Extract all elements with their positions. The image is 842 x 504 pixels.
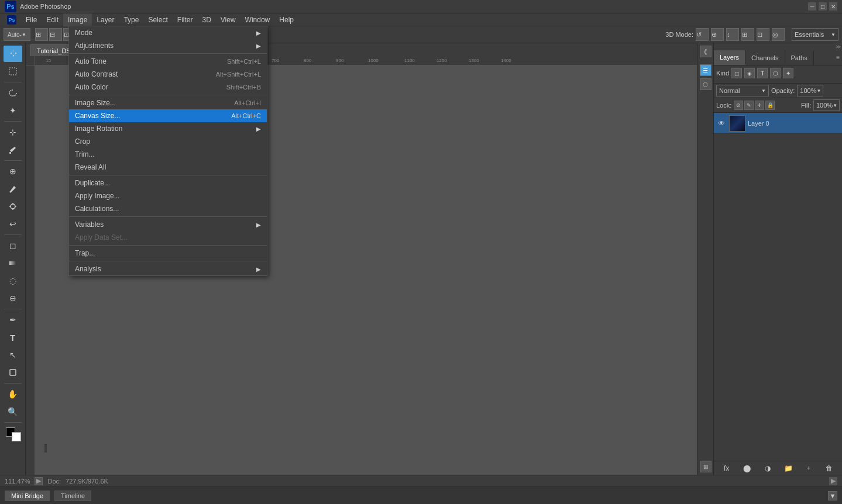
panel-menu-icon[interactable]: ≡ — [836, 54, 840, 61]
menu-filter[interactable]: Filter — [173, 13, 198, 26]
kind-filter-pixel[interactable]: ◻ — [731, 68, 742, 78]
history-brush-tool[interactable]: ↩ — [4, 216, 22, 232]
lock-image-pixels[interactable]: ✎ — [744, 101, 754, 110]
background-color[interactable] — [12, 432, 21, 441]
menu-edit[interactable]: Edit — [42, 13, 63, 26]
blur-tool[interactable]: ◌ — [4, 272, 22, 289]
menu-auto-tone[interactable]: Auto Tone Shift+Ctrl+L — [69, 55, 267, 68]
menu-view[interactable]: View — [216, 13, 240, 26]
shape-tool[interactable] — [4, 364, 22, 381]
kind-filter-type[interactable]: T — [757, 68, 768, 78]
tab-paths[interactable]: Paths — [785, 50, 814, 65]
panel-icon-3d[interactable]: ⬡ — [700, 78, 712, 90]
3d-btn-4[interactable]: ⊞ — [741, 28, 754, 41]
new-layer-button[interactable]: + — [803, 463, 814, 474]
menu-file[interactable]: File — [21, 13, 42, 26]
menu-reveal-all[interactable]: Reveal All — [69, 161, 267, 174]
wand-tool[interactable]: ✦ — [4, 102, 22, 119]
menu-image[interactable]: Image — [63, 13, 92, 26]
horizontal-scrollbar[interactable] — [44, 444, 47, 453]
fx-button[interactable]: fx — [721, 463, 733, 474]
essentials-dropdown[interactable]: Essentials ▼ — [792, 28, 838, 41]
lock-position[interactable]: ✛ — [755, 101, 764, 110]
menu-auto-color[interactable]: Auto Color Shift+Ctrl+B — [69, 81, 267, 94]
brush-tool[interactable] — [4, 181, 22, 197]
menu-crop[interactable]: Crop — [69, 135, 267, 148]
menu-auto-contrast[interactable]: Auto Contrast Alt+Shift+Ctrl+L — [69, 68, 267, 81]
fill-input[interactable]: 100% ▼ — [813, 99, 840, 111]
panel-menu-btn[interactable]: ≡ — [836, 50, 842, 65]
maximize-button[interactable]: □ — [819, 2, 827, 11]
menu-adjustments[interactable]: Adjustments ▶ — [69, 39, 267, 52]
menu-mode[interactable]: Mode ▶ — [69, 26, 267, 39]
align-btn-1[interactable]: ⊞ — [35, 28, 48, 41]
menu-variables[interactable]: Variables ▶ — [69, 218, 267, 231]
crop-tool[interactable]: ⊹ — [4, 124, 22, 140]
minimize-button[interactable]: ─ — [808, 2, 816, 11]
layer-item-0[interactable]: 👁 Layer 0 — [714, 113, 842, 134]
panel-icon-layers[interactable]: ☰ — [700, 64, 712, 76]
move-tool[interactable] — [4, 46, 22, 62]
3d-btn-1[interactable]: ↺ — [696, 28, 709, 41]
panel-icon-bottom[interactable]: ⊞ — [700, 461, 712, 472]
eyedropper-tool[interactable] — [4, 141, 22, 158]
opacity-input[interactable]: 100% ▼ — [797, 85, 823, 96]
pen-tool[interactable]: ✒ — [4, 312, 22, 328]
zoom-tool[interactable]: 🔍 — [4, 403, 22, 420]
mini-bridge-tab[interactable]: Mini Bridge — [5, 491, 50, 501]
3d-btn-5[interactable]: ⊡ — [757, 28, 769, 41]
menu-trim[interactable]: Trim... — [69, 148, 267, 161]
title-bar-controls[interactable]: ─ □ ✕ — [808, 2, 837, 11]
menu-calculations[interactable]: Calculations... — [69, 202, 267, 215]
menu-3d[interactable]: 3D — [197, 13, 215, 26]
move-tool-auto-btn[interactable]: Auto- ▼ — [4, 28, 30, 41]
menu-select[interactable]: Select — [143, 13, 172, 26]
lock-transparent-pixels[interactable]: ⊘ — [734, 101, 743, 110]
status-scroll-right[interactable]: ▶ — [829, 477, 837, 485]
tab-layers[interactable]: Layers — [714, 50, 745, 65]
menu-trap[interactable]: Trap... — [69, 247, 267, 260]
panel-collapse-arrow[interactable]: ≫ — [836, 44, 841, 50]
3d-btn-2[interactable]: ⊕ — [711, 28, 724, 41]
menu-window[interactable]: Window — [240, 13, 275, 26]
delete-layer-button[interactable]: 🗑 — [823, 463, 835, 474]
3d-btn-3[interactable]: ↕ — [726, 28, 739, 41]
layer-visibility-0[interactable]: 👁 — [716, 118, 727, 129]
close-button[interactable]: ✕ — [829, 2, 837, 11]
3d-btn-6[interactable]: ◎ — [772, 28, 785, 41]
menu-analysis[interactable]: Analysis ▶ — [69, 263, 267, 275]
menu-image-rotation[interactable]: Image Rotation ▶ — [69, 122, 267, 135]
menu-duplicate[interactable]: Duplicate... — [69, 177, 267, 189]
status-arrow[interactable]: ▶ — [35, 477, 43, 485]
new-group-button[interactable]: 📁 — [782, 463, 794, 474]
marquee-tool[interactable] — [4, 63, 22, 80]
kind-filter-adjustment[interactable]: ◈ — [744, 68, 755, 78]
kind-filter-shape[interactable]: ⬡ — [770, 68, 781, 78]
lock-all[interactable]: 🔒 — [765, 101, 775, 110]
timeline-tab[interactable]: Timeline — [54, 491, 91, 501]
menu-apply-image[interactable]: Apply Image... — [69, 189, 267, 202]
clone-tool[interactable] — [4, 198, 22, 215]
kind-filter-smart[interactable]: ✦ — [783, 68, 793, 78]
align-btn-2[interactable]: ⊟ — [49, 28, 62, 41]
eraser-tool[interactable]: ◻ — [4, 237, 22, 254]
gradient-tool[interactable] — [4, 255, 22, 271]
menu-type[interactable]: Type — [119, 13, 143, 26]
hand-tool[interactable]: ✋ — [4, 386, 22, 402]
menu-layer[interactable]: Layer — [92, 13, 119, 26]
blend-mode-select[interactable]: Normal ▼ — [716, 85, 769, 96]
add-mask-button[interactable]: ⬤ — [741, 463, 753, 474]
panel-icon-1[interactable]: ⟪ — [700, 46, 712, 57]
lasso-tool[interactable] — [4, 85, 22, 101]
new-adjustment-button[interactable]: ◑ — [762, 463, 774, 474]
healing-tool[interactable]: ⊕ — [4, 163, 22, 179]
tab-channels[interactable]: Channels — [745, 50, 785, 65]
menu-image-size[interactable]: Image Size... Alt+Ctrl+I — [69, 96, 267, 109]
bottom-collapse-btn[interactable]: ▼ — [828, 491, 837, 500]
menu-help[interactable]: Help — [274, 13, 298, 26]
menu-canvas-size[interactable]: Canvas Size... Alt+Ctrl+C — [69, 109, 267, 122]
dodge-tool[interactable]: ⊖ — [4, 290, 22, 306]
path-select-tool[interactable]: ↖ — [4, 347, 22, 363]
menu-ps[interactable]: Ps — [2, 13, 21, 26]
type-tool[interactable]: T — [4, 329, 22, 346]
